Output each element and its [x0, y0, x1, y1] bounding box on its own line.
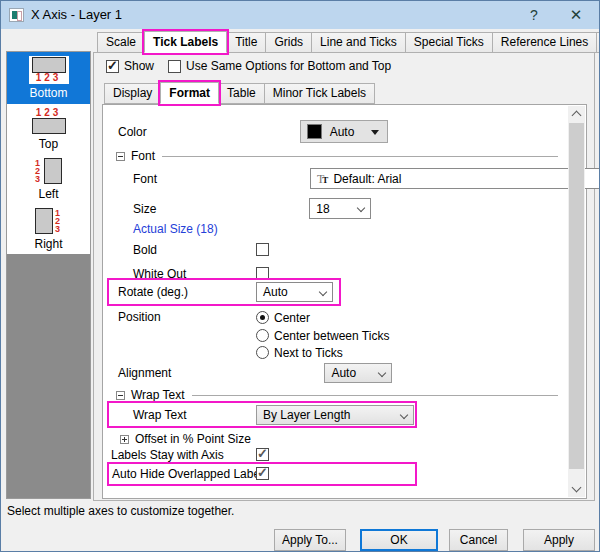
chevron-down-icon [378, 368, 386, 376]
show-checkbox[interactable] [106, 60, 119, 73]
tab-tick-labels[interactable]: Tick Labels [144, 31, 227, 53]
color-label: Color [118, 125, 147, 139]
bold-label: Bold [133, 243, 157, 257]
position-option-center[interactable]: Center [256, 310, 310, 325]
format-form-panel: Color Auto Font Font TT Default: Arial [102, 104, 587, 499]
sidebar-item-bottom[interactable]: 123 Bottom [7, 52, 90, 104]
subtab-minor-tick-labels[interactable]: Minor Tick Labels [264, 83, 375, 104]
offset-group-label: Offset in % Point Size [135, 432, 251, 446]
chevron-down-icon [319, 288, 327, 296]
alignment-dropdown[interactable]: Auto [324, 363, 392, 383]
collapse-icon[interactable] [116, 152, 125, 161]
scrollbar-thumb[interactable] [569, 123, 584, 469]
sidebar-item-label: Right [34, 237, 62, 251]
tab-title[interactable]: Title [226, 32, 266, 53]
scroll-down-icon[interactable] [568, 481, 585, 497]
sub-tab-strip: Display Format Table Minor Tick Labels [104, 83, 374, 104]
position-option-center-between-ticks[interactable]: Center between Ticks [256, 328, 389, 343]
sidebar-item-label: Left [38, 187, 58, 201]
apply-button[interactable]: Apply [523, 529, 595, 551]
auto-hide-checkbox[interactable] [256, 467, 269, 480]
tab-reference-lines[interactable]: Reference Lines [492, 32, 597, 53]
main-tab-strip: Scale Tick Labels Title Grids Line and T… [97, 31, 600, 53]
radio-center-between-ticks[interactable] [256, 329, 269, 342]
radio-next-to-ticks[interactable] [256, 346, 269, 359]
actual-size-text: Actual Size (18) [133, 222, 218, 236]
labels-stay-row: Labels Stay with Axis [111, 448, 566, 462]
sidebar-item-top[interactable]: 123 Top [7, 104, 90, 154]
scroll-up-icon[interactable] [568, 106, 585, 122]
tab-line-and-ticks[interactable]: Line and Ticks [311, 32, 406, 53]
app-icon [9, 8, 24, 22]
window-title: X Axis - Layer 1 [31, 1, 122, 29]
auto-hide-row-highlight: Auto Hide Overlapped Labels [107, 462, 417, 486]
tick-labels-tab-page: Show Use Same Options for Bottom and Top… [93, 52, 595, 501]
radio-center[interactable] [256, 311, 269, 324]
font-group-label: Font [131, 149, 155, 163]
axis-left-icon: 123 [32, 157, 65, 185]
dropdown-arrow-icon [371, 130, 379, 135]
subtab-format[interactable]: Format [160, 82, 219, 104]
labels-stay-checkbox[interactable] [256, 448, 269, 461]
axis-top-icon: 123 [29, 107, 69, 135]
same-options-checkbox[interactable] [168, 60, 181, 73]
vertical-scrollbar[interactable] [568, 106, 585, 497]
position-option-next-to-ticks[interactable]: Next to Ticks [256, 345, 343, 360]
size-dropdown[interactable]: 18 [309, 198, 371, 219]
apply-to-button[interactable]: Apply To... [274, 529, 346, 551]
offset-group-header: Offset in % Point Size [116, 433, 251, 445]
size-row: Size 18 [103, 198, 566, 219]
wrap-text-label: Wrap Text [133, 408, 187, 422]
auto-hide-label: Auto Hide Overlapped Labels [112, 467, 269, 481]
position-row: Position [103, 310, 161, 324]
show-label: Show [124, 59, 154, 73]
axis-dialog-window: X Axis - Layer 1 ? ✕ Scale Tick Labels T… [0, 0, 600, 552]
color-swatch [307, 124, 322, 139]
alignment-row: Alignment Auto [103, 362, 566, 383]
truetype-icon: TT [317, 173, 328, 185]
color-dropdown[interactable]: Auto [300, 120, 388, 143]
rotate-dropdown[interactable]: Auto [256, 282, 333, 302]
close-icon[interactable]: ✕ [559, 1, 593, 29]
axis-bottom-icon: 123 [29, 56, 69, 84]
chevron-down-icon [400, 410, 408, 418]
wrap-text-group-label: Wrap Text [131, 388, 185, 402]
alignment-label: Alignment [118, 366, 171, 380]
tab-breaks[interactable]: Breaks [596, 32, 600, 53]
cancel-button[interactable]: Cancel [449, 529, 508, 551]
same-options-label: Use Same Options for Bottom and Top [186, 59, 391, 73]
font-group-header: Font [116, 150, 558, 162]
color-row: Color Auto [103, 120, 566, 143]
help-icon[interactable]: ? [517, 1, 551, 29]
subtab-display[interactable]: Display [104, 83, 161, 104]
collapse-icon[interactable] [116, 391, 125, 400]
rotate-label: Rotate (deg.) [118, 285, 188, 299]
wrap-text-group-header: Wrap Text [116, 389, 558, 401]
wrap-text-row-highlight: Wrap Text By Layer Length [107, 401, 417, 428]
chevron-down-icon [357, 204, 365, 212]
sidebar-item-label: Top [39, 137, 58, 151]
tab-special-ticks[interactable]: Special Ticks [405, 32, 493, 53]
labels-stay-label: Labels Stay with Axis [111, 448, 224, 462]
sidebar-item-left[interactable]: 123 Left [7, 154, 90, 204]
titlebar: X Axis - Layer 1 ? ✕ [1, 1, 599, 29]
axis-right-icon: 123 [32, 207, 65, 235]
ok-button[interactable]: OK [360, 529, 438, 551]
size-label: Size [133, 202, 156, 216]
wrap-text-dropdown[interactable]: By Layer Length [256, 405, 414, 425]
bold-checkbox[interactable] [256, 243, 269, 256]
bold-row: Bold [103, 243, 566, 257]
tab-scale[interactable]: Scale [97, 32, 145, 53]
actual-size-row: Actual Size (18) [103, 222, 218, 236]
axis-selector-sidebar: 123 Bottom 123 Top 123 Left [6, 51, 91, 499]
show-row: Show [106, 59, 154, 73]
status-text: Select multiple axes to customize togeth… [7, 504, 234, 518]
font-row: Font TT Default: Arial [103, 168, 566, 189]
sidebar-item-label: Bottom [29, 86, 67, 100]
expand-icon[interactable] [120, 435, 129, 444]
sidebar-item-right[interactable]: 123 Right [7, 204, 90, 254]
tab-grids[interactable]: Grids [265, 32, 312, 53]
position-label: Position [118, 310, 161, 324]
font-dropdown[interactable]: TT Default: Arial [310, 168, 600, 189]
subtab-table[interactable]: Table [218, 83, 265, 104]
